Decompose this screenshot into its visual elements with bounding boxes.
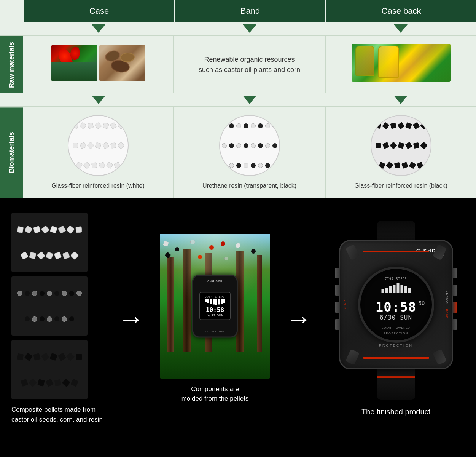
watch-date-small: 6/30 SUN bbox=[207, 313, 223, 317]
biomaterials-row: Biomaterials bbox=[0, 106, 476, 198]
biomaterials-label: Biomaterials bbox=[0, 107, 23, 198]
watch-time-large: 10:58 bbox=[376, 299, 416, 315]
flow-arrow-2: → bbox=[285, 305, 312, 332]
white-pellets-box bbox=[11, 213, 88, 272]
molded-image: 7794 STEPS 10:58 6/30 SUN bbox=[160, 234, 270, 379]
pellets-section: Composite pellets made from castor oil s… bbox=[11, 213, 103, 424]
header-empty bbox=[0, 0, 23, 22]
bio-caseback-label: Glass-fiber reinforced resin (black) bbox=[354, 182, 447, 190]
arrow-caseback-1 bbox=[325, 24, 476, 33]
watch-seconds: 50 bbox=[419, 300, 425, 306]
arrow-caseback-2 bbox=[325, 96, 476, 104]
biomaterials-content: Glass-fiber reinforced resin (white) bbox=[23, 107, 476, 198]
bio-band-cell: Urethane resin (transparent, black) bbox=[173, 107, 325, 198]
bio-case-cell: Glass-fiber reinforced resin (white) bbox=[23, 107, 173, 198]
bottom-section: Composite pellets made from castor oil s… bbox=[0, 198, 476, 439]
raw-materials-band-cell: Renewable organic resources such as cast… bbox=[173, 36, 325, 93]
finished-caption: The finished product bbox=[361, 407, 430, 416]
watch-protection-large: PROTECTION bbox=[384, 332, 409, 335]
watch-steps-small: 7794 STEPS bbox=[205, 295, 225, 298]
band-header: Band bbox=[174, 0, 325, 22]
bio-band-label: Urethane resin (transparent, black) bbox=[202, 182, 296, 190]
case-header: Case bbox=[23, 0, 174, 22]
raw-materials-description: Renewable organic resources such as cast… bbox=[195, 51, 304, 79]
bio-case-label: Glass-fiber reinforced resin (white) bbox=[51, 182, 145, 190]
watch-steps-large: 7794 STEPS bbox=[385, 277, 407, 281]
header-row: Case Band Case back bbox=[0, 0, 476, 22]
arrow-case-1 bbox=[23, 24, 174, 33]
flow-arrow-1: → bbox=[118, 305, 145, 332]
raw-materials-case-cell bbox=[23, 36, 173, 93]
raw-materials-content: Renewable organic resources such as cast… bbox=[23, 36, 476, 93]
bio-band-circle bbox=[219, 115, 280, 176]
castor-plant-image bbox=[51, 45, 97, 81]
arrow-case-2 bbox=[23, 96, 174, 104]
middle-image-container: 7794 STEPS 10:58 6/30 SUN bbox=[160, 234, 270, 404]
arrow-down-icon bbox=[243, 96, 256, 104]
arrow-band-1 bbox=[174, 24, 325, 33]
dark-pellets-box bbox=[11, 340, 88, 399]
raw-materials-label: Raw materials bbox=[0, 36, 23, 93]
bio-case-circle bbox=[68, 115, 129, 176]
bio-caseback-circle bbox=[371, 115, 431, 176]
arrow-down-icon bbox=[394, 96, 408, 104]
watch-time-small: 10:58 bbox=[206, 306, 224, 313]
finished-container: G-SHOCK CASIO 7794 STEPS bbox=[327, 221, 465, 416]
case-back-header: Case back bbox=[325, 0, 476, 22]
top-section: Case Band Case back Raw materials bbox=[0, 0, 476, 198]
raw-materials-caseback-cell bbox=[325, 36, 476, 93]
arrow-down-icon bbox=[394, 24, 408, 33]
pellets-column bbox=[11, 213, 88, 399]
molded-caption: Components are molded from the pellets bbox=[181, 384, 249, 404]
pellets-caption: Composite pellets made from castor oil s… bbox=[11, 405, 103, 424]
case-images bbox=[51, 45, 145, 81]
watch-protection-bottom: PROTECTION bbox=[379, 344, 413, 347]
raw-materials-row: Raw materials bbox=[0, 35, 476, 93]
arrow-down-icon bbox=[92, 96, 105, 104]
arrow-row-1 bbox=[0, 22, 476, 35]
watch-brand-small: G-SHOCK bbox=[207, 280, 223, 282]
arrow-down-icon bbox=[92, 24, 105, 33]
finished-watch-image: G-SHOCK CASIO 7794 STEPS bbox=[331, 221, 461, 400]
arrow-down-icon bbox=[243, 24, 256, 33]
castor-seeds-image bbox=[99, 45, 145, 81]
bio-caseback-cell: Glass-fiber reinforced resin (black) bbox=[325, 107, 476, 198]
caseback-images bbox=[352, 44, 451, 82]
watch-protection-small: PROTECTION bbox=[205, 330, 224, 332]
mixed-pellets-box bbox=[11, 276, 88, 336]
corn-image bbox=[352, 44, 451, 82]
arrow-band-2 bbox=[174, 96, 325, 104]
arrow-row-2 bbox=[0, 93, 476, 106]
watch-date-large: 6/30 SUN bbox=[380, 314, 412, 321]
